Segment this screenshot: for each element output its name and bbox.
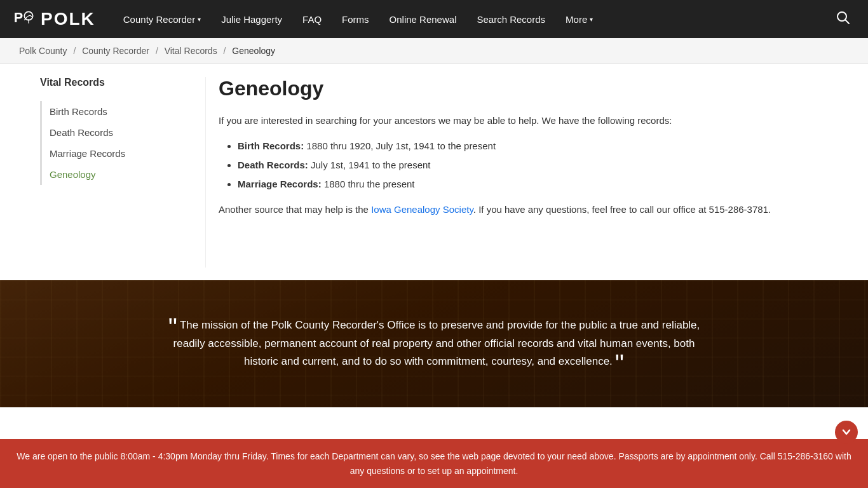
sidebar: Vital Records Birth Records Death Record…: [40, 77, 205, 268]
chevron-down-icon: ▾: [590, 16, 593, 23]
content-area: Geneology If you are interested in searc…: [205, 77, 828, 268]
breadcrumb: Polk County / County Recorder / Vital Re…: [0, 38, 868, 64]
site-logo[interactable]: P POLK: [13, 6, 95, 32]
bottom-notice-text: We are open to the public 8:00am - 4:30p…: [17, 451, 851, 458]
breadcrumb-vital-records[interactable]: Vital Records: [165, 46, 217, 56]
death-records-label: Death Records:: [238, 159, 308, 170]
breadcrumb-sep-1: /: [73, 46, 76, 56]
svg-text:P: P: [14, 10, 23, 25]
sidebar-item-marriage-records[interactable]: Marriage Records: [42, 143, 186, 164]
nav-links: County Recorder ▾ Julie Haggerty FAQ For…: [114, 9, 831, 30]
breadcrumb-county-recorder[interactable]: County Recorder: [82, 46, 149, 56]
nav-online-renewal[interactable]: Online Renewal: [381, 9, 466, 30]
breadcrumb-sep-3: /: [224, 46, 226, 56]
nav-faq[interactable]: FAQ: [294, 9, 330, 30]
breadcrumb-sep-2: /: [156, 46, 158, 56]
nav-julie-haggerty[interactable]: Julie Haggerty: [212, 9, 291, 30]
nav-forms[interactable]: Forms: [333, 9, 378, 30]
main-container: Vital Records Birth Records Death Record…: [21, 64, 847, 280]
page-title: Geneology: [219, 77, 828, 100]
birth-records-detail: 1880 thru 1920, July 1st, 1941 to the pr…: [306, 140, 496, 151]
intro-text: If you are interested in searching for y…: [219, 113, 828, 128]
sidebar-item-geneology[interactable]: Geneology: [42, 164, 186, 185]
search-icon[interactable]: [831, 6, 855, 33]
nav-search-records[interactable]: Search Records: [468, 9, 554, 30]
mission-text: "The mission of the Polk County Recorder…: [148, 291, 720, 397]
outro-text: Another source that may help is the Iowa…: [219, 202, 828, 217]
quote-close-icon: ": [615, 349, 624, 377]
iowa-genealogy-link[interactable]: Iowa Genealogy Society: [371, 204, 473, 215]
marriage-records-detail: 1880 thru the present: [324, 179, 415, 189]
bottom-notice: We are open to the public 8:00am - 4:30p…: [0, 439, 868, 458]
list-item: Birth Records: 1880 thru 1920, July 1st,…: [238, 139, 828, 154]
svg-line-5: [845, 20, 849, 24]
chevron-down-icon: ▾: [198, 16, 201, 23]
nav-more[interactable]: More ▾: [557, 9, 602, 30]
logo-text: POLK: [41, 9, 95, 29]
sidebar-item-birth-records[interactable]: Birth Records: [42, 101, 186, 122]
breadcrumb-polk-county[interactable]: Polk County: [19, 46, 67, 56]
marriage-records-label: Marriage Records:: [238, 179, 322, 189]
navbar: P POLK County Recorder ▾ Julie Haggerty …: [0, 0, 868, 38]
outro-suffix: . If you have any questions, feel free t…: [473, 204, 771, 215]
scroll-down-button[interactable]: [835, 421, 858, 444]
birth-records-label: Birth Records:: [238, 140, 304, 151]
outro-prefix: Another source that may help is the: [219, 204, 371, 215]
breadcrumb-current: Geneology: [232, 46, 275, 56]
nav-county-recorder[interactable]: County Recorder ▾: [114, 9, 210, 30]
list-item: Death Records: July 1st, 1941 to the pre…: [238, 158, 828, 173]
records-list: Birth Records: 1880 thru 1920, July 1st,…: [238, 139, 828, 192]
sidebar-title: Vital Records: [40, 77, 186, 92]
sidebar-item-death-records[interactable]: Death Records: [42, 122, 186, 143]
mission-banner: "The mission of the Polk County Recorder…: [0, 280, 868, 407]
sidebar-nav: Birth Records Death Records Marriage Rec…: [40, 101, 186, 185]
list-item: Marriage Records: 1880 thru the present: [238, 177, 828, 192]
death-records-detail: July 1st, 1941 to the present: [311, 159, 430, 170]
